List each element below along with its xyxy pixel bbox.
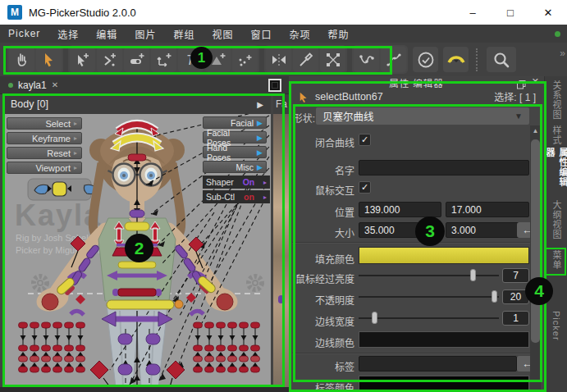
swap-arrows-icon (446, 52, 466, 67)
maximize-button[interactable]: □ (492, 0, 529, 25)
panel-toggle-button[interactable] (268, 79, 281, 92)
side-tab-style[interactable]: 样式 (545, 125, 567, 146)
menu-group[interactable]: 群组 (173, 27, 194, 41)
closed-curve-checkbox[interactable]: ✓ (359, 134, 371, 146)
submenu-arrow-icon: ▸ (74, 149, 77, 157)
hand-pointer-icon (15, 52, 30, 67)
border-width-label: 边线宽度 (289, 314, 354, 328)
add-text-button[interactable]: T (178, 47, 203, 72)
menu-picker[interactable]: Picker (8, 28, 40, 39)
opacity-slider[interactable] (359, 290, 499, 303)
side-tab-outline-view[interactable]: 大纲视图 (545, 199, 567, 240)
curve-button[interactable] (354, 47, 379, 72)
viewport-menu-button[interactable]: Viewport▸ (7, 162, 82, 174)
shaper-on-value: On (243, 177, 255, 187)
attribute-editor-panel: 属性 编辑器 ✕ selectButton67 选择: [ 1 ] 形状: 贝塞… (289, 76, 544, 392)
menu-misc[interactable]: 杂项 (289, 27, 310, 41)
curve-icon (359, 52, 375, 68)
reset-menu-button[interactable]: Reset▸ (7, 147, 82, 159)
add-shape-button[interactable] (205, 47, 231, 72)
transform-box-button[interactable] (320, 47, 345, 72)
opacity-label: 不透明度 (289, 293, 354, 307)
shaper-toggle[interactable]: ShaperOn▸ (203, 175, 270, 189)
scrollbar-thumb[interactable] (531, 139, 540, 343)
add-slider-button[interactable] (124, 47, 149, 72)
tab-kayla1[interactable]: kayla1 ✕ (0, 76, 66, 94)
select-arrow-button[interactable] (36, 47, 62, 72)
side-tab-attribute-editor[interactable]: 属性编辑器 (545, 148, 567, 195)
shape-dropdown[interactable]: 贝塞尔曲线 ▼ (316, 107, 529, 125)
border-width-slider[interactable] (359, 312, 499, 324)
size-label: 大小 (289, 226, 354, 239)
close-button[interactable]: ✕ (529, 0, 567, 25)
size-w-input[interactable] (359, 222, 441, 238)
opacity-value[interactable]: 20 (502, 289, 529, 304)
mirror-button[interactable] (266, 47, 291, 72)
expand-arrow-icon[interactable]: ▶ (257, 100, 263, 109)
keyframe-menu-button[interactable]: Keyframe▸ (7, 132, 82, 144)
border-width-value[interactable]: 1 (502, 311, 529, 326)
side-tab-relation-view[interactable]: 关系视图 (545, 80, 567, 121)
tag-color-swatch[interactable] (359, 376, 529, 392)
add-command-button[interactable] (97, 47, 122, 72)
position-y-input[interactable] (446, 202, 529, 217)
minimize-button[interactable]: – (454, 0, 492, 25)
menu-view[interactable]: 视图 (212, 27, 233, 41)
add-dots-button[interactable] (232, 47, 258, 72)
toolbar-overflow-chevron-icon[interactable]: » (560, 48, 564, 59)
apply-check-button[interactable] (413, 47, 438, 72)
hand-pick-button[interactable] (9, 47, 34, 72)
hover-brightness-value[interactable]: 7 (502, 268, 529, 283)
mirror-swap-button[interactable] (443, 47, 469, 72)
border-color-swatch[interactable] (359, 331, 529, 348)
toolbar-group-create: T (68, 45, 259, 74)
hover-brightness-slider[interactable] (359, 269, 499, 281)
side-tab-picker[interactable]: Picker (545, 306, 567, 345)
gear-icon[interactable] (249, 276, 262, 289)
name-input[interactable] (359, 160, 529, 175)
move-axis-plus-icon (156, 52, 172, 68)
curve-edit-icon (386, 52, 402, 68)
side-tab-strip: 关系视图 样式 属性编辑器 大纲视图 菜单 Picker (544, 76, 567, 392)
mouse-interact-checkbox[interactable]: ✓ (359, 181, 371, 194)
subctl-toggle[interactable]: Sub-Ctlon▸ (203, 190, 270, 203)
menu-select[interactable]: 选择 (57, 27, 79, 41)
menu-window[interactable]: 窗口 (250, 27, 272, 41)
tab-close-icon[interactable]: ✕ (52, 80, 58, 89)
position-x-input[interactable] (359, 202, 441, 217)
misc-tab-button[interactable]: Misc▶ (203, 161, 267, 173)
fill-color-swatch[interactable] (359, 247, 529, 264)
menu-edit[interactable]: 编辑 (96, 27, 117, 41)
border-color-label: 边线颜色 (289, 335, 354, 349)
slider-handle[interactable] (492, 290, 497, 303)
hand-poses-tab-button[interactable]: Hand Poses▶ (203, 146, 267, 158)
form-scrollbar[interactable]: ▲ (530, 125, 541, 392)
document-tab-bar: kayla1 ✕ (0, 76, 289, 94)
title-bar: M MG-PickerStudio 2.0.0 – □ ✕ (0, 0, 567, 25)
separator (292, 353, 530, 354)
menu-image[interactable]: 图片 (135, 27, 156, 41)
body-group-header[interactable]: Body [0] ▶ (3, 94, 271, 114)
app-logo-icon: M (7, 5, 22, 20)
slider-handle[interactable] (372, 312, 377, 324)
add-select-button[interactable] (70, 47, 95, 72)
gear-icon[interactable] (34, 276, 47, 289)
side-tab-menu[interactable]: 菜单 (545, 248, 567, 272)
curve-edit-button[interactable] (381, 47, 406, 72)
selection-count: 选择: [ 1 ] (494, 89, 536, 103)
name-label: 名字 (289, 163, 354, 177)
window-title: MG-PickerStudio 2.0.0 (29, 7, 136, 19)
tag-input[interactable] (359, 356, 517, 371)
slider-handle[interactable] (470, 269, 476, 281)
face-panel-sliver[interactable]: Fa (273, 94, 289, 387)
select-menu-button[interactable]: Select▸ (7, 117, 82, 130)
scroll-up-arrow-icon[interactable]: ▲ (530, 125, 541, 136)
eyedropper-button[interactable] (293, 47, 318, 72)
panel-bottom-strip (0, 387, 289, 392)
play-arrow-icon: ▶ (257, 163, 263, 171)
panel-close-icon[interactable]: ✕ (532, 76, 539, 87)
search-button[interactable] (487, 47, 516, 72)
menu-help[interactable]: 帮助 (327, 27, 349, 41)
add-move-button[interactable] (151, 47, 176, 72)
eye-control-widget[interactable] (28, 179, 98, 200)
